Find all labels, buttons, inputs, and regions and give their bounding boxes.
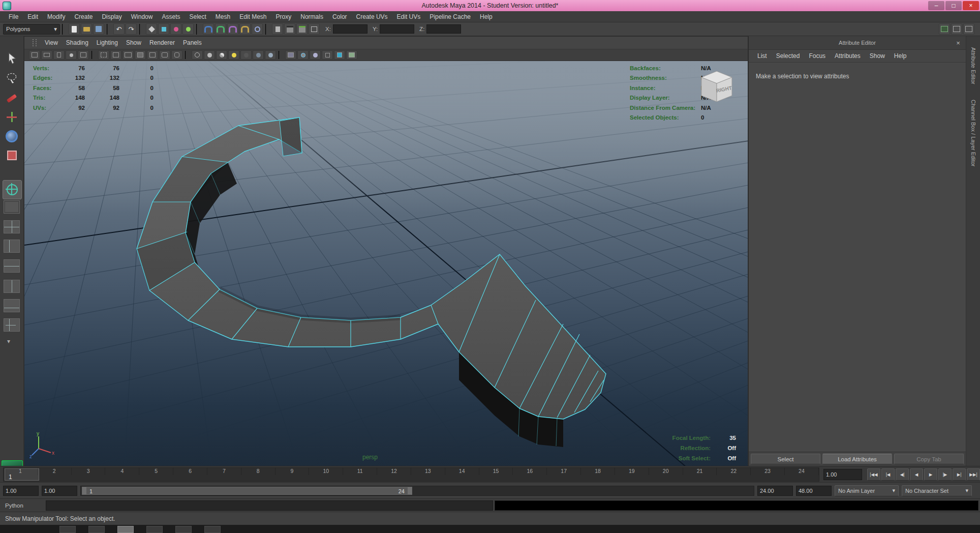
save-scene-icon[interactable]: [93, 23, 104, 35]
taskbar-item[interactable]: [146, 526, 163, 533]
layout-single-pane-button[interactable]: [4, 200, 20, 214]
make-live-icon[interactable]: [252, 23, 263, 35]
safe-title-icon[interactable]: [171, 50, 182, 60]
animation-start-field[interactable]: [3, 486, 39, 496]
shadows-icon[interactable]: [240, 50, 252, 60]
xray-icon[interactable]: [285, 50, 296, 60]
layout-outliner-persp-button[interactable]: [4, 318, 20, 332]
snap-to-point-icon[interactable]: [227, 23, 238, 35]
maximize-button[interactable]: □: [945, 1, 962, 10]
step-forward-key-button[interactable]: |▶: [938, 468, 952, 481]
toolbox-collapse-chevron-icon[interactable]: ▾: [7, 338, 10, 345]
taskbar-item[interactable]: [59, 526, 76, 533]
status-separator[interactable]: [265, 24, 269, 35]
taskbar-item[interactable]: [88, 526, 105, 533]
screen-space-ao-icon[interactable]: [253, 50, 264, 60]
panel-menu-item[interactable]: Shading: [62, 39, 93, 46]
undo-icon[interactable]: ↶: [113, 23, 125, 35]
gate-mask-icon[interactable]: [135, 50, 146, 60]
current-time-field[interactable]: [823, 469, 862, 480]
lock-camera-icon[interactable]: [41, 50, 52, 60]
film-gate-icon[interactable]: [110, 50, 121, 60]
menu-item[interactable]: Assets: [157, 11, 185, 22]
paint-selection-tool-icon[interactable]: [3, 89, 21, 107]
minimize-button[interactable]: –: [928, 1, 944, 10]
isolate-select-icon[interactable]: [322, 50, 333, 60]
go-to-start-button[interactable]: |◀◀: [867, 468, 880, 481]
menu-item[interactable]: Proxy: [271, 11, 296, 22]
play-backwards-button[interactable]: ◀: [910, 468, 923, 481]
time-slider[interactable]: 123456789101112131415161718192021222324 …: [3, 467, 819, 482]
panel-menu-item[interactable]: Show: [122, 39, 145, 46]
shaded-mode-icon[interactable]: [204, 50, 215, 60]
step-back-frame-button[interactable]: |◀: [881, 468, 895, 481]
menu-set-dropdown[interactable]: Polygons ▾: [3, 24, 60, 35]
bookmarks-icon[interactable]: [66, 50, 77, 60]
toggle-channel-box-icon[interactable]: [963, 23, 974, 35]
use-all-lights-icon[interactable]: [228, 50, 239, 60]
menu-item[interactable]: Modify: [43, 11, 70, 22]
menu-item[interactable]: Pipeline Cache: [425, 11, 475, 22]
image-plane-icon[interactable]: [78, 50, 89, 60]
go-to-end-button[interactable]: ▶▶|: [967, 468, 980, 481]
close-icon[interactable]: ×: [954, 38, 963, 47]
sequence-time-icon[interactable]: [346, 50, 357, 60]
status-separator[interactable]: [62, 24, 66, 35]
rotate-tool-icon[interactable]: [3, 127, 21, 145]
menu-item[interactable]: Window: [127, 11, 158, 22]
load-attributes-button[interactable]: Load Attributes: [822, 454, 892, 464]
step-back-key-button[interactable]: ◀|: [896, 468, 909, 481]
render-settings-icon[interactable]: [309, 23, 320, 35]
playback-end-field[interactable]: [757, 486, 793, 496]
menu-item[interactable]: File: [4, 11, 23, 22]
select-button[interactable]: Select: [751, 454, 820, 464]
panel-menu-item[interactable]: View: [41, 39, 62, 46]
command-input[interactable]: [46, 500, 493, 511]
open-scene-icon[interactable]: [81, 23, 92, 35]
character-set-dropdown[interactable]: No Character Set ▾: [902, 485, 972, 496]
menu-item[interactable]: Create UVs: [352, 11, 392, 22]
range-slider-bar[interactable]: 1 24: [82, 487, 412, 495]
panel-menu-item[interactable]: Renderer: [145, 39, 179, 46]
panel-menu-item[interactable]: Lighting: [93, 39, 122, 46]
snapshot-icon[interactable]: [334, 50, 345, 60]
menu-item[interactable]: Edit: [23, 11, 43, 22]
taskbar-item-active[interactable]: [117, 526, 134, 533]
show-manipulator-tool-icon[interactable]: [3, 180, 22, 199]
layout-pane-with-bottom-button[interactable]: [4, 299, 20, 312]
animation-end-field[interactable]: [796, 486, 832, 496]
status-separator[interactable]: [139, 24, 143, 35]
play-forwards-button[interactable]: ▶: [924, 468, 937, 481]
attribute-editor-menu-item[interactable]: Show: [865, 52, 890, 60]
safe-action-icon[interactable]: [159, 50, 170, 60]
toggle-tool-settings-icon[interactable]: [951, 23, 962, 35]
select-camera-icon[interactable]: [29, 50, 40, 60]
view-cube[interactable]: RIGHT: [695, 65, 738, 114]
z-coordinate-input[interactable]: [426, 24, 461, 34]
select-by-component-icon[interactable]: [170, 23, 181, 35]
field-chart-icon[interactable]: [147, 50, 158, 60]
default-material-icon[interactable]: [310, 50, 321, 60]
sidebar-tab-attribute-editor[interactable]: Attribute Editor: [969, 43, 977, 88]
menu-item[interactable]: Mesh: [211, 11, 235, 22]
panel-grip-icon[interactable]: [33, 39, 37, 46]
layout-two-pane-stacked-button[interactable]: [4, 259, 20, 273]
step-forward-frame-button[interactable]: ▶|: [953, 468, 966, 481]
scale-tool-icon[interactable]: [3, 146, 21, 164]
new-scene-icon[interactable]: [69, 23, 80, 35]
menu-item[interactable]: Create: [70, 11, 97, 22]
attribute-editor-menu-item[interactable]: Focus: [804, 52, 830, 60]
menu-item[interactable]: Help: [475, 11, 497, 22]
x-coordinate-input[interactable]: [333, 24, 368, 34]
snap-to-grid-icon[interactable]: [203, 23, 214, 35]
playback-start-field[interactable]: [42, 486, 77, 496]
motion-blur-icon[interactable]: [265, 50, 276, 60]
anim-layer-dropdown[interactable]: No Anim Layer ▾: [835, 485, 899, 496]
move-tool-icon[interactable]: [3, 108, 21, 126]
menu-item[interactable]: Select: [185, 11, 210, 22]
menu-item[interactable]: Edit UVs: [392, 11, 425, 22]
attribute-editor-menu-item[interactable]: Selected: [772, 52, 805, 60]
select-by-hierarchy-icon[interactable]: [146, 23, 157, 35]
layout-four-pane-button[interactable]: [4, 220, 20, 233]
redo-icon[interactable]: ↷: [126, 23, 137, 35]
